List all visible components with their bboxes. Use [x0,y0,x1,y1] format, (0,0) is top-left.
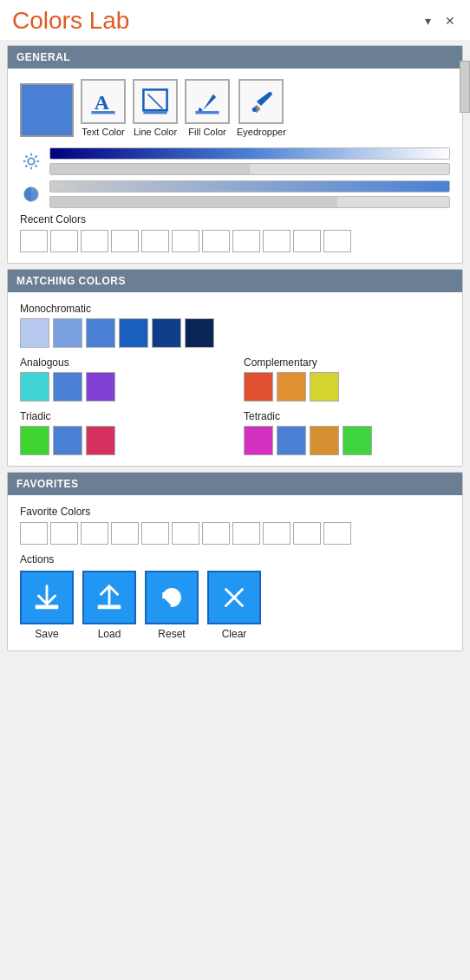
eyedropper-button[interactable]: Eyedropper [237,79,286,137]
recent-color-2[interactable] [50,230,78,252]
comp-swatch-1[interactable] [244,372,273,402]
saturation-slider-row [20,180,450,208]
mono-swatch-2[interactable] [53,318,82,348]
clear-icon [207,571,261,624]
mono-swatch-1[interactable] [20,318,49,348]
recent-color-3[interactable] [81,230,108,252]
brightness-slider-row [20,147,450,175]
color-tools-row: A Text Color Line Color [20,79,450,137]
analogous-label: Analogous [20,356,226,369]
recent-color-9[interactable] [263,230,290,252]
analog-swatch-1[interactable] [20,372,49,402]
load-icon [82,571,136,624]
tri-swatch-2[interactable] [53,426,82,455]
monochromatic-label: Monochromatic [20,303,450,315]
line-color-button[interactable]: Line Color [133,79,178,137]
fav-color-5[interactable] [141,522,169,545]
recent-color-4[interactable] [111,230,139,252]
recent-color-6[interactable] [172,230,199,252]
fav-color-10[interactable] [293,522,321,545]
fav-color-3[interactable] [81,522,108,545]
mono-swatch-3[interactable] [86,318,115,348]
analog-swatch-2[interactable] [53,372,82,402]
matching-section: MATCHING COLORS Monochromatic Analogous [7,269,463,467]
reset-action[interactable]: Reset [145,571,199,640]
saturation-sub-track [49,196,450,208]
tet-swatch-2[interactable] [277,426,306,455]
text-color-label: Text Color [82,127,125,137]
reset-label: Reset [158,628,185,640]
recent-color-1[interactable] [20,230,48,252]
svg-line-3 [148,95,163,109]
fill-color-button[interactable]: Fill Color [185,79,230,137]
actions-row: Save Load [20,571,450,640]
complementary-group: Complementary [244,356,450,402]
tetradic-swatches [244,426,450,455]
main-color-swatch[interactable] [20,83,74,137]
analogous-group: Analogous [20,356,226,402]
brightness-slider-group [49,147,450,175]
complementary-swatches [244,372,450,402]
matching-header: MATCHING COLORS [8,270,462,292]
svg-line-15 [35,155,36,157]
save-action[interactable]: Save [20,571,74,640]
save-icon [20,571,74,624]
recent-color-5[interactable] [141,230,169,252]
comp-swatch-2[interactable] [277,372,306,402]
close-button[interactable]: ✕ [441,12,460,29]
text-color-button[interactable]: A Text Color [81,79,126,137]
fill-color-icon [185,79,230,124]
scrollbar-thumb[interactable] [460,61,470,113]
tet-swatch-4[interactable] [343,426,372,455]
svg-rect-5 [195,111,219,114]
saturation-icon [20,183,42,206]
svg-point-7 [252,108,257,112]
window-controls: ▾ ✕ [421,12,460,29]
mono-swatch-5[interactable] [152,318,181,348]
reset-icon [145,571,199,624]
mono-swatch-6[interactable] [185,318,214,348]
brightness-track [49,147,450,160]
text-color-icon: A [81,79,126,124]
tet-swatch-3[interactable] [310,426,339,455]
fav-color-2[interactable] [50,522,78,545]
recent-color-8[interactable] [232,230,260,252]
tri-swatch-1[interactable] [20,426,49,455]
load-action[interactable]: Load [82,571,136,640]
minimize-button[interactable]: ▾ [421,12,435,29]
general-header: GENERAL [8,46,462,69]
svg-line-16 [25,165,27,167]
complementary-label: Complementary [244,356,450,369]
triadic-label: Triadic [20,410,226,422]
line-color-label: Line Color [134,127,177,137]
fav-color-8[interactable] [232,522,260,545]
fill-color-label: Fill Color [188,127,225,137]
svg-text:A: A [95,91,110,114]
fav-color-11[interactable] [323,522,351,545]
fav-color-4[interactable] [111,522,139,545]
comp-swatch-3[interactable] [310,372,339,402]
fav-color-7[interactable] [202,522,230,545]
tri-swatch-3[interactable] [86,426,115,455]
actions-label: Actions [20,553,450,565]
svg-rect-2 [143,89,166,110]
brightness-sub-track [49,163,450,175]
fav-color-9[interactable] [263,522,290,545]
svg-point-8 [28,158,34,164]
save-label: Save [35,628,58,640]
general-section: GENERAL A Text Color [7,45,463,264]
svg-rect-4 [143,111,166,114]
recent-color-10[interactable] [293,230,321,252]
mono-swatch-4[interactable] [119,318,148,348]
monochromatic-swatches [20,318,450,348]
tetradic-label: Tetradic [244,410,450,422]
clear-label: Clear [222,628,247,640]
clear-action[interactable]: Clear [207,571,261,640]
recent-color-11[interactable] [323,230,351,252]
analog-swatch-3[interactable] [86,372,115,402]
svg-rect-19 [98,605,121,610]
recent-color-7[interactable] [202,230,230,252]
fav-color-1[interactable] [20,522,48,545]
tet-swatch-1[interactable] [244,426,273,455]
fav-color-6[interactable] [172,522,199,545]
